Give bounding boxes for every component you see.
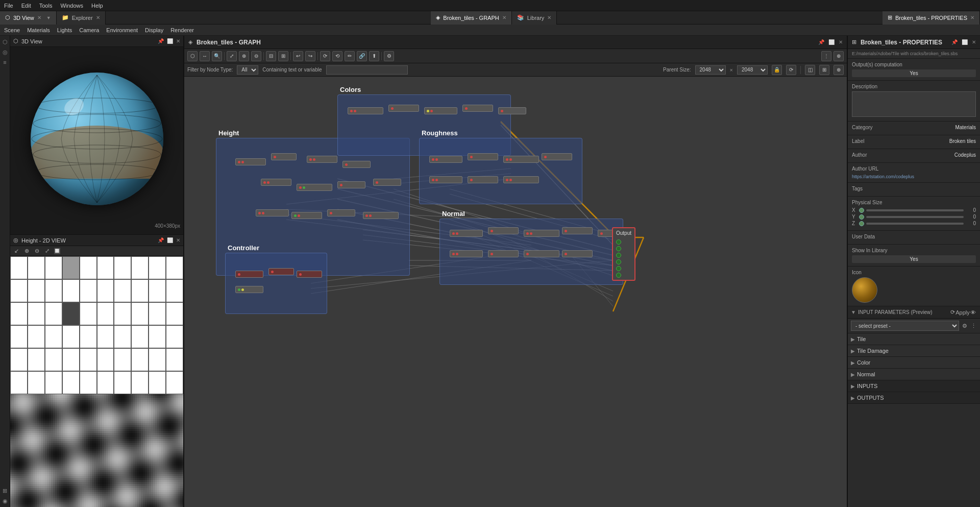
physical-y-slider-dot[interactable] — [859, 214, 864, 220]
physical-x-slider-track[interactable] — [866, 209, 964, 211]
graph-tool-zoom-in[interactable]: ⊕ — [239, 51, 249, 61]
node-n1[interactable] — [450, 230, 483, 237]
props-maximize[interactable]: ⬜ — [962, 39, 968, 45]
graph-tool-pan[interactable]: ↔ — [200, 51, 210, 61]
graph-view-mode-3[interactable]: ⊕ — [834, 65, 844, 75]
graph-maximize[interactable]: ⬜ — [828, 39, 835, 45]
node-n7[interactable] — [488, 250, 519, 257]
props-pin[interactable]: 📌 — [951, 39, 958, 45]
view-2d-tool-4[interactable]: ⤢ — [43, 247, 51, 255]
view-2d-tool-5[interactable]: 🔲 — [53, 247, 61, 255]
node-c2[interactable] — [388, 105, 419, 112]
view-2d-tool-2[interactable]: ⊕ — [22, 247, 31, 255]
node-ctrl2[interactable] — [268, 268, 294, 275]
tab-properties[interactable]: ⊞ Broken_tiles - PROPERTIES ✕ — [883, 11, 980, 25]
param-group-normal-header[interactable]: ▶ Normal — [848, 369, 980, 380]
output-node[interactable]: Output — [612, 227, 635, 281]
graph-tool-settings[interactable]: ⚙ — [384, 51, 394, 61]
graph-close[interactable]: ✕ — [839, 39, 843, 45]
tab-graph[interactable]: ◈ Broken_tiles - GRAPH ✕ — [431, 11, 511, 25]
graph-tool-zoom[interactable]: 🔍 — [212, 51, 222, 61]
node-h5[interactable] — [261, 179, 291, 186]
graph-pin[interactable]: 📌 — [818, 39, 824, 45]
tab-explorer[interactable]: 📁 Explorer ✕ — [57, 11, 106, 25]
view-2d-tool-3[interactable]: ⊖ — [33, 247, 41, 255]
physical-z-slider-track[interactable] — [866, 223, 964, 225]
graph-tool-grid[interactable]: ⊞ — [278, 51, 288, 61]
parent-size-refresh[interactable]: ⟳ — [786, 65, 796, 75]
tab-3d-view[interactable]: ⬡ 3D View ✕ ▼ — [0, 11, 57, 25]
node-ctrl3[interactable] — [297, 271, 322, 278]
graph-tool-zoom-out[interactable]: ⊖ — [251, 51, 261, 61]
node-h7[interactable] — [337, 181, 365, 188]
node-ro2[interactable] — [468, 153, 498, 160]
graph-tool-align[interactable]: ⊟ — [266, 51, 276, 61]
graph-tool-flip[interactable]: ⟲ — [332, 51, 342, 61]
sidebar-icon-bottom-2[interactable]: ◉ — [1, 497, 9, 505]
graph-tool-edit[interactable]: ✏ — [345, 51, 355, 61]
toolbar-display[interactable]: Display — [145, 27, 163, 33]
graph-tool-link[interactable]: 🔗 — [357, 51, 367, 61]
input-params-apply[interactable]: Apply — [959, 308, 967, 317]
node-h3[interactable] — [307, 156, 337, 163]
sidebar-icon-bottom-1[interactable]: ⊞ — [1, 487, 9, 495]
menu-file[interactable]: File — [4, 3, 13, 9]
param-group-color-header[interactable]: ▶ Color — [848, 357, 980, 368]
node-h8[interactable] — [373, 179, 401, 186]
tab-properties-close[interactable]: ✕ — [970, 15, 974, 20]
view-2d-maximize[interactable]: ⬜ — [167, 237, 173, 243]
node-ro4[interactable] — [542, 153, 572, 160]
props-close[interactable]: ✕ — [972, 39, 976, 45]
graph-tool-extra2[interactable]: ⊕ — [834, 51, 844, 61]
toolbar-environment[interactable]: Environment — [106, 27, 138, 33]
menu-tools[interactable]: Tools — [39, 3, 53, 9]
graph-view-mode-2[interactable]: ⊞ — [819, 65, 829, 75]
toolbar-scene[interactable]: Scene — [4, 27, 20, 33]
node-c4[interactable] — [462, 105, 493, 112]
graph-tool-redo[interactable]: ↪ — [305, 51, 315, 61]
sidebar-icon-1[interactable]: ⬡ — [1, 38, 9, 46]
graph-tool-select[interactable]: ⬡ — [187, 51, 198, 61]
node-ro6[interactable] — [468, 176, 498, 183]
graph-tool-undo[interactable]: ↩ — [293, 51, 303, 61]
node-n3[interactable] — [524, 230, 559, 237]
outputs-header[interactable]: ▶ OUTPUTS — [848, 392, 980, 403]
graph-view-mode-1[interactable]: ◫ — [805, 65, 815, 75]
node-h6[interactable] — [297, 184, 332, 191]
view-2d-pin[interactable]: 📌 — [158, 237, 164, 243]
node-c1[interactable] — [348, 107, 383, 114]
view-3d-maximize[interactable]: ⬜ — [167, 38, 173, 44]
view-3d-close[interactable]: ✕ — [176, 38, 180, 44]
sidebar-icon-2[interactable]: ◎ — [1, 48, 9, 56]
view-2d-tool-1[interactable]: ↙ — [12, 247, 20, 255]
toolbar-materials[interactable]: Materials — [27, 27, 50, 33]
tab-library[interactable]: 📚 Library ✕ — [512, 11, 557, 25]
tab-library-close[interactable]: ✕ — [547, 15, 551, 20]
menu-help[interactable]: Help — [91, 3, 103, 9]
graph-tool-fit[interactable]: ⤢ — [227, 51, 237, 61]
node-c3[interactable] — [424, 107, 457, 114]
filter-type-select[interactable]: All — [237, 65, 258, 75]
node-h9[interactable] — [256, 209, 289, 216]
node-c5[interactable] — [498, 107, 526, 114]
parent-size-y-select[interactable]: 2048 — [737, 65, 768, 75]
parent-size-x-select[interactable]: 2048 — [695, 65, 726, 75]
preset-more[interactable]: ⋮ — [970, 322, 977, 330]
tab-3d-view-close[interactable]: ✕ — [37, 15, 41, 20]
view-3d-pin[interactable]: 📌 — [158, 38, 164, 44]
node-h11[interactable] — [327, 209, 355, 216]
toolbar-camera[interactable]: Camera — [79, 27, 99, 33]
node-n9[interactable] — [562, 250, 593, 257]
param-group-tile-damage-header[interactable]: ▶ Tile Damage — [848, 345, 980, 356]
node-n4[interactable] — [562, 227, 593, 234]
param-group-tile-header[interactable]: ▶ Tile — [848, 333, 980, 345]
inputs-header[interactable]: ▶ INPUTS — [848, 380, 980, 392]
tab-graph-close[interactable]: ✕ — [502, 15, 506, 20]
node-h4[interactable] — [342, 161, 371, 168]
node-ro7[interactable] — [503, 176, 539, 183]
preset-settings[interactable]: ⚙ — [961, 322, 968, 330]
menu-windows[interactable]: Windows — [60, 3, 83, 9]
graph-tool-export[interactable]: ⬆ — [369, 51, 379, 61]
node-h2[interactable] — [271, 153, 297, 160]
tab-explorer-close[interactable]: ✕ — [96, 15, 100, 20]
